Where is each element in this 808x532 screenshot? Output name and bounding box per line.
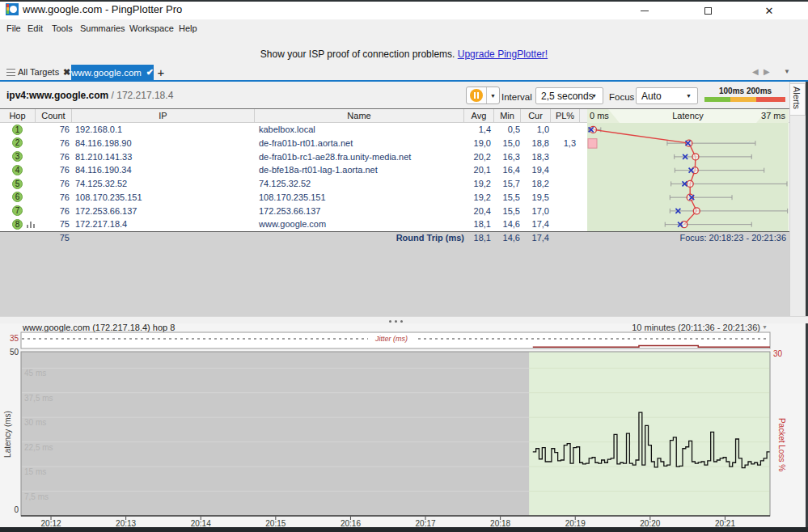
avg-marker: [686, 140, 692, 146]
column-header-min[interactable]: Min: [494, 109, 521, 122]
cell-ip: 84.116.190.34: [75, 163, 132, 177]
cell-name: 108.170.235.151: [259, 191, 326, 205]
cell-cur: 17,4: [515, 217, 549, 231]
cell-count: 76: [36, 123, 70, 137]
pause-icon: [470, 89, 483, 102]
window-title: www.google.com - PingPlotter Pro: [23, 3, 182, 15]
jitter-scale-label: 35: [10, 334, 19, 343]
menu-tools[interactable]: Tools: [52, 23, 73, 33]
focus-label: Focus: [609, 92, 634, 102]
focus-caret-icon: ▼: [686, 93, 692, 99]
avg-marker: [693, 208, 700, 214]
hop-row-7[interactable]: 776172.253.66.137172.253.66.13720,415,51…: [0, 205, 587, 218]
avg-marker: [692, 154, 699, 160]
hop-number-badge: 4: [12, 165, 23, 175]
time-tick-label: 20:16: [341, 519, 361, 528]
hop-row-4[interactable]: 47684.116.190.34de-bfe18a-rt01-lag-1.aor…: [0, 163, 587, 177]
time-tick-label: 20:18: [490, 519, 510, 528]
cell-count: 76: [36, 177, 70, 191]
hop-row-5[interactable]: 57674.125.32.5274.125.32.5219,215,718,2: [0, 177, 587, 191]
target-title: ipv4:www.google.com / 172.217.18.4: [6, 90, 173, 101]
tab-scroll-right-icon[interactable]: ▶: [764, 67, 770, 76]
focus-value: Auto: [641, 91, 662, 102]
column-header-avg[interactable]: Avg: [464, 109, 494, 122]
maximize-button[interactable]: [696, 2, 720, 19]
time-tick-label: 20:20: [640, 519, 660, 528]
summary-count: 75: [36, 233, 70, 243]
legend-segment-2: [756, 97, 785, 102]
cell-count: 76: [36, 163, 70, 177]
column-header-count[interactable]: Count: [36, 109, 72, 122]
cell-count: 75: [36, 217, 70, 231]
packet-loss-marker: [588, 139, 597, 149]
tab-bar: All Targets ✖ www.google.com ✔ + ◀ ▶ ▼: [0, 65, 808, 80]
latency-scale-max-label: 37 ms: [761, 109, 785, 123]
pause-button[interactable]: [467, 87, 487, 103]
menu-file[interactable]: File: [6, 23, 21, 33]
column-header-pl[interactable]: PL%: [551, 109, 580, 122]
tab-all-targets-close-icon[interactable]: ✖: [63, 67, 70, 78]
tab-all-targets[interactable]: All Targets: [18, 67, 59, 77]
column-header-cur[interactable]: Cur: [521, 109, 551, 122]
latency-axis-title: Latency (ms): [3, 411, 12, 458]
time-tick-label: 20:19: [565, 519, 586, 528]
latency-graph: [579, 123, 789, 231]
pingplotter-app-icon: [6, 3, 19, 15]
cell-name: de-bfe18a-rt01-lag-1.aorta.net: [259, 163, 378, 177]
menu-workspace[interactable]: Workspace: [129, 23, 174, 33]
hop-number-badge: 8: [12, 219, 23, 230]
new-tab-button[interactable]: +: [155, 65, 167, 79]
hop-row-2[interactable]: 27684.116.198.90de-fra01b-rt01.aorta.net…: [0, 137, 587, 150]
legend-segment-1: [730, 97, 756, 102]
hop-number-badge: 6: [12, 192, 23, 202]
time-tick-label: 20:14: [191, 519, 211, 528]
cell-ip: 192.168.0.1: [75, 123, 122, 137]
hop-row-1[interactable]: 176192.168.0.1kabelbox.local1,40,51,0: [0, 123, 587, 137]
upgrade-link[interactable]: Upgrade PingPlotter!: [458, 49, 548, 60]
cell-cur: 18,3: [515, 150, 549, 164]
pause-split-button: ▼: [466, 87, 500, 104]
tab-overflow-icon[interactable]: ▼: [784, 68, 790, 75]
interval-dropdown[interactable]: 2,5 seconds ▼: [535, 87, 603, 104]
jitter-label: Jitter (ms): [374, 335, 408, 343]
focus-range-label: Focus: 20:18:23 - 20:21:36: [534, 233, 786, 243]
latency-graph-header: 0 ms Latency 37 ms: [587, 109, 789, 123]
cell-cur: 18,2: [515, 177, 549, 191]
hop-row-3[interactable]: 37681.210.141.33de-fra01b-rc1-ae28.fra.u…: [0, 150, 587, 164]
column-header-ip[interactable]: IP: [72, 109, 255, 122]
hop-row-6[interactable]: 676108.170.235.151108.170.235.15119,215,…: [0, 191, 587, 205]
gridline-label: 15 ms: [24, 467, 46, 476]
cell-count: 76: [36, 191, 70, 205]
column-header-hop[interactable]: Hop: [0, 109, 36, 122]
avg-marker: [687, 180, 693, 187]
pingplotter-window: www.google.com - PingPlotter Pro ✕ FileE…: [0, 0, 808, 532]
legend-100ms-label: 100ms: [719, 87, 744, 95]
cell-ip: 74.125.32.52: [75, 177, 127, 191]
gridline-label: 45 ms: [24, 369, 46, 378]
focus-dropdown[interactable]: Auto ▼: [636, 87, 698, 104]
maximize-icon: [704, 7, 712, 15]
hop-number-badge: 1: [12, 125, 23, 135]
timeline-graph: Jitter (ms)3545 ms37,5 ms30 ms22,5 ms15 …: [0, 316, 808, 532]
round-trip-label: Round Trip (ms): [255, 233, 464, 243]
close-button[interactable]: ✕: [757, 2, 781, 19]
pause-dropdown-button[interactable]: ▼: [487, 87, 499, 103]
cell-ip: 81.210.141.33: [75, 150, 132, 164]
cell-count: 76: [36, 205, 70, 218]
menu-edit[interactable]: Edit: [27, 23, 43, 33]
latency-column-header: Latency: [587, 109, 789, 123]
cell-name: www.google.com: [259, 217, 326, 231]
interval-value: 2,5 seconds: [541, 91, 594, 102]
tab-www-google-com[interactable]: www.google.com ✔: [71, 65, 154, 80]
menu-summaries[interactable]: Summaries: [80, 23, 125, 33]
menu-help[interactable]: Help: [179, 23, 197, 33]
hamburger-icon[interactable]: [6, 69, 15, 76]
minimize-button[interactable]: [632, 2, 657, 19]
hop-number-badge: 7: [12, 205, 23, 216]
hop-row-8[interactable]: 875172.217.18.4www.google.com18,114,617,…: [0, 217, 587, 231]
tab-scroll-left-icon[interactable]: ◀: [752, 67, 759, 76]
hop-number-badge: 5: [12, 179, 23, 189]
column-header-name[interactable]: Name: [255, 109, 464, 122]
latency-color-legend: [704, 97, 785, 102]
close-icon: ✕: [765, 6, 774, 16]
